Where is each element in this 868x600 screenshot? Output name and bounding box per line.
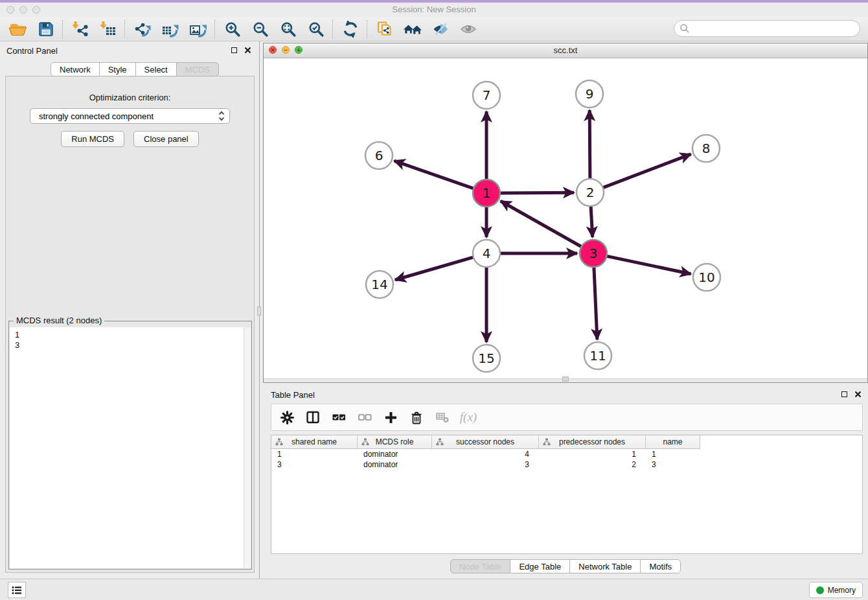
column-header-MCDS-role[interactable]: MCDS role (358, 435, 432, 449)
table-options-button[interactable] (279, 410, 295, 425)
column-header-successor-nodes[interactable]: successor nodes (432, 435, 539, 449)
splitter-grip[interactable] (257, 306, 261, 316)
close-panel-icon[interactable] (244, 47, 251, 54)
delete-columns-button[interactable] (409, 410, 424, 425)
tab-mcds[interactable]: MCDS (176, 62, 219, 76)
search-input[interactable] (690, 23, 857, 34)
export-table-button[interactable] (156, 18, 184, 40)
export-network-button[interactable] (128, 18, 156, 40)
column-header-name[interactable]: name (646, 435, 700, 449)
zoom-in-button[interactable] (218, 18, 246, 40)
zoom-out-button[interactable] (246, 18, 274, 40)
open-file-button[interactable] (4, 18, 32, 40)
run-mcds-button[interactable]: Run MCDS (61, 131, 124, 147)
export-image-button[interactable] (184, 18, 212, 40)
column-header-predecessor-nodes[interactable]: predecessor nodes (539, 435, 646, 449)
import-table-button[interactable] (94, 18, 122, 40)
tab-edge-table[interactable]: Edge Table (510, 559, 570, 573)
column-tree-icon (543, 438, 551, 448)
graph-node-1[interactable]: 1 (473, 179, 500, 207)
column-header-shared-name[interactable]: shared name (271, 435, 358, 449)
add-column-button[interactable] (383, 410, 398, 425)
main-toolbar (0, 17, 868, 41)
graph-node-15[interactable]: 15 (473, 345, 500, 372)
mcds-result-text[interactable]: 13 (10, 327, 244, 568)
table-cell[interactable]: 2 (539, 459, 646, 470)
network-window-bottom-bar (264, 378, 867, 382)
table-cell[interactable]: 3 (432, 459, 539, 470)
close-panel-button[interactable]: Close panel (133, 131, 199, 147)
close-button[interactable] (6, 6, 14, 14)
graph-node-4[interactable]: 4 (473, 240, 500, 267)
zoom-fit-button[interactable] (274, 18, 302, 40)
table-cell[interactable]: dominator (358, 449, 432, 459)
graph-edge-1-2[interactable] (499, 192, 574, 193)
minimize-button[interactable] (19, 6, 27, 14)
graph-node-11[interactable]: 11 (584, 342, 611, 369)
table-cell[interactable]: 3 (646, 459, 700, 470)
table-row[interactable]: 3dominator323 (271, 459, 862, 470)
clone-network-button[interactable] (371, 18, 398, 40)
tab-style[interactable]: Style (99, 62, 136, 76)
graph-edge-1-6[interactable] (394, 161, 475, 189)
unchecked-boxes-icon (358, 411, 372, 424)
network-window-titlebar[interactable]: × − + scc.txt (264, 43, 867, 58)
graph-edge-2-8[interactable] (602, 154, 691, 188)
network-resize-grip[interactable] (562, 376, 569, 382)
float-panel-icon[interactable] (841, 391, 847, 397)
zoom-selected-button[interactable] (302, 18, 330, 40)
float-panel-icon[interactable] (231, 47, 237, 53)
search-box[interactable] (674, 20, 860, 37)
graph-node-3[interactable]: 3 (580, 240, 607, 267)
graph-node-7[interactable]: 7 (473, 82, 500, 109)
control-panel-title: Control Panel (6, 46, 58, 56)
toolbar-separator (214, 20, 216, 38)
tab-motifs[interactable]: Motifs (640, 559, 681, 573)
network-canvas[interactable]: 7968124314101511 (264, 58, 867, 378)
network-minimize-button[interactable]: − (282, 46, 290, 54)
table-cell[interactable]: dominator (358, 459, 432, 470)
close-panel-icon[interactable] (854, 391, 862, 398)
graph-edge-2-9[interactable] (589, 110, 590, 180)
graph-node-9[interactable]: 9 (576, 80, 603, 108)
network-zoom-button[interactable]: + (295, 46, 303, 54)
graph-node-14[interactable]: 14 (366, 271, 393, 298)
table-cell[interactable]: 1 (539, 449, 646, 459)
table-row[interactable]: 1dominator411 (271, 449, 862, 459)
table-cell[interactable]: 3 (271, 459, 358, 470)
graph-edge-4-14[interactable] (395, 257, 475, 280)
result-scrollbar[interactable] (244, 327, 251, 568)
memory-button[interactable]: Memory (809, 582, 863, 598)
tab-select[interactable]: Select (135, 62, 177, 76)
refresh-layout-button[interactable] (336, 18, 364, 40)
import-network-button[interactable] (66, 18, 94, 40)
select-all-button[interactable] (331, 410, 347, 425)
graph-edge-2-3[interactable] (591, 205, 593, 237)
zoom-button[interactable] (32, 6, 40, 14)
hide-selected-button[interactable] (426, 18, 454, 40)
graph-edge-3-10[interactable] (606, 256, 691, 274)
node-table: shared nameMCDS rolesuccessor nodesprede… (271, 435, 863, 554)
graph-node-2[interactable]: 2 (577, 179, 604, 206)
table-panel: Table Panel (263, 386, 868, 579)
first-neighbors-button[interactable] (398, 18, 426, 40)
deselect-all-button[interactable] (357, 410, 372, 425)
tab-network-table[interactable]: Network Table (569, 559, 641, 573)
toggle-columns-button[interactable] (305, 410, 321, 425)
network-close-button[interactable]: × (269, 46, 277, 54)
tab-node-table[interactable]: Node Table (450, 559, 511, 573)
optimization-criterion-select[interactable]: strongly connected component (30, 108, 230, 124)
import-table-icon (100, 21, 117, 38)
graph-edge-3-11[interactable] (594, 266, 597, 340)
graph-node-8[interactable]: 8 (692, 135, 720, 162)
table-cell[interactable]: 4 (432, 449, 539, 459)
graph-node-10[interactable]: 10 (693, 264, 720, 291)
graph-node-6[interactable]: 6 (365, 142, 393, 169)
table-cell[interactable]: 1 (646, 449, 700, 459)
graph-edge-3-1[interactable] (501, 201, 583, 247)
table-cell[interactable]: 1 (271, 449, 358, 459)
refresh-icon (342, 21, 359, 38)
task-history-button[interactable] (8, 582, 26, 598)
tab-network[interactable]: Network (51, 62, 100, 76)
save-session-button[interactable] (32, 18, 60, 40)
